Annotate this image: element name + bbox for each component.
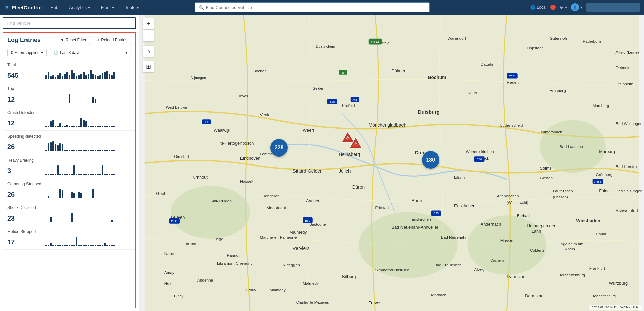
- layers-button[interactable]: ⊞: [143, 61, 154, 72]
- svg-text:Hagen: Hagen: [507, 80, 519, 84]
- svg-text:Geldern: Geldern: [313, 86, 325, 90]
- bar-spacer-1-4: [55, 102, 56, 103]
- svg-text:West Betuwe: West Betuwe: [166, 105, 187, 109]
- bar-spacer-5-22: [97, 197, 99, 198]
- bar-spacer-6-8: [64, 221, 66, 222]
- svg-text:Aschaffenburg: Aschaffenburg: [593, 294, 616, 298]
- bar-0-12: [73, 73, 75, 79]
- log-entry-count-7: 17: [7, 238, 22, 246]
- bar-spacer-7-29: [113, 245, 115, 246]
- bar-spacer-2-13: [76, 126, 77, 127]
- bar-5-1: [48, 196, 49, 198]
- log-entry-5: Cornering Stopped26: [3, 178, 135, 202]
- bar-spacer-5-26: [106, 197, 108, 198]
- svg-text:Burbach: Burbach: [517, 213, 532, 218]
- bar-spacer-1-28: [111, 102, 113, 103]
- alerts-button[interactable]: !: [550, 5, 556, 10]
- bar-spacer-2-25: [104, 126, 106, 127]
- bar-spacer-4-22: [97, 173, 99, 175]
- bar-spacer-4-23: [99, 173, 101, 175]
- svg-text:Malmedy: Malmedy: [289, 230, 307, 235]
- global-search-input[interactable]: [206, 5, 426, 10]
- svg-text:Aschaffenburg: Aschaffenburg: [559, 273, 585, 277]
- bar-spacer-3-18: [88, 149, 89, 151]
- bar-3-4: [55, 144, 56, 151]
- bar-spacer-1-2: [50, 102, 52, 103]
- bar-spacer-6-13: [76, 221, 77, 222]
- warning-marker-2[interactable]: ⚠: [349, 136, 362, 149]
- global-search-bar[interactable]: 🔍: [195, 2, 430, 12]
- bar-spacer-6-3: [52, 221, 54, 222]
- bar-spacer-7-11: [71, 245, 73, 246]
- mini-chart-0: [25, 69, 115, 79]
- svg-text:E25: E25: [330, 100, 335, 103]
- date-range-filter[interactable]: 🕐 Last 3 days ▾: [50, 49, 131, 56]
- home-button[interactable]: ⌂: [143, 46, 154, 57]
- log-entry-7: Motion Stopped17: [3, 226, 135, 250]
- svg-text:E411: E411: [171, 220, 178, 223]
- nav-fleet[interactable]: Fleet ▾: [99, 4, 116, 11]
- bar-0-7: [62, 76, 63, 79]
- nav-tools[interactable]: Tools ▾: [123, 4, 141, 11]
- bar-spacer-4-18: [88, 173, 89, 175]
- zoom-out-button[interactable]: −: [143, 30, 154, 42]
- bar-1-20: [92, 97, 94, 103]
- bar-spacer-4-7: [62, 173, 63, 175]
- bar-spacer-1-1: [48, 102, 49, 103]
- brand-logo[interactable]: ▼ FleetControl: [4, 4, 42, 11]
- svg-text:Charleville-Mézières: Charleville-Mézières: [296, 300, 329, 304]
- bar-spacer-5-18: [88, 197, 89, 198]
- bar-spacer-1-29: [113, 102, 115, 103]
- mini-chart-2: [25, 117, 115, 127]
- bar-5-7: [62, 190, 63, 198]
- bar-spacer-2-29: [113, 126, 115, 127]
- alert-badge: !: [550, 5, 556, 10]
- bar-spacer-2-26: [106, 126, 108, 127]
- filters-applied-badge[interactable]: 0 Filters applied ▾: [7, 49, 47, 56]
- log-title: Log Entries: [7, 37, 41, 44]
- svg-text:E62: E62: [305, 219, 310, 222]
- svg-text:Bochum: Bochum: [428, 75, 446, 80]
- bar-spacer-4-2: [50, 173, 52, 175]
- svg-text:A485: A485: [594, 180, 601, 183]
- locale-selector[interactable]: 🌐 Local: [530, 5, 546, 10]
- reset-filter-button[interactable]: ▼ Reset Filter: [57, 36, 90, 44]
- svg-text:Amay: Amay: [164, 270, 174, 275]
- bar-spacer-6-26: [106, 221, 108, 222]
- svg-point-1: [171, 186, 250, 239]
- nav-hub[interactable]: Hub: [48, 4, 60, 11]
- bar-0-19: [90, 70, 92, 79]
- bar-spacer-3-26: [106, 149, 108, 151]
- bar-spacer-4-0: [45, 173, 47, 175]
- gear-icon: ⚙: [560, 5, 564, 10]
- svg-text:Lippstadt: Lippstadt: [527, 46, 543, 50]
- svg-text:Morbach: Morbach: [431, 293, 446, 297]
- reload-entries-button[interactable]: ↺ Reload Entries: [93, 36, 131, 44]
- svg-text:Aachen: Aachen: [306, 198, 320, 203]
- bar-spacer-6-15: [80, 221, 82, 222]
- svg-text:Simmern/Hunsrück: Simmern/Hunsrück: [375, 268, 409, 272]
- log-entries-list[interactable]: Total545Trip12Crash Detected12Speeding d…: [3, 59, 135, 308]
- find-vehicle-bar[interactable]: Find Vehicle: [3, 17, 136, 29]
- bar-spacer-5-13: [76, 197, 77, 198]
- nav-analytics[interactable]: Analytics ▾: [67, 4, 92, 11]
- svg-text:Schweinfurt: Schweinfurt: [615, 208, 638, 213]
- bar-spacer-3-10: [69, 149, 70, 151]
- bar-spacer-7-7: [62, 245, 63, 246]
- mini-chart-1: [25, 93, 115, 103]
- bar-spacer-7-21: [95, 245, 96, 246]
- user-menu[interactable]: 👤 ▾: [571, 3, 582, 11]
- zoom-in-button[interactable]: +: [143, 18, 154, 29]
- settings-button[interactable]: ⚙ ▾: [560, 5, 567, 10]
- bar-spacer-6-29: [113, 221, 115, 222]
- cluster-180[interactable]: 180: [422, 151, 439, 169]
- brand-icon: ▼: [4, 4, 10, 11]
- bar-spacer-5-19: [90, 197, 92, 198]
- svg-text:Euskirchen: Euskirchen: [454, 203, 475, 208]
- bar-spacer-6-4: [55, 221, 56, 222]
- bar-spacer-1-18: [88, 102, 89, 103]
- svg-text:Bad Hersfeld: Bad Hersfeld: [615, 164, 638, 169]
- svg-text:Andenne: Andenne: [197, 278, 213, 282]
- bar-0-2: [50, 76, 52, 79]
- svg-text:Bitburg: Bitburg: [342, 274, 356, 279]
